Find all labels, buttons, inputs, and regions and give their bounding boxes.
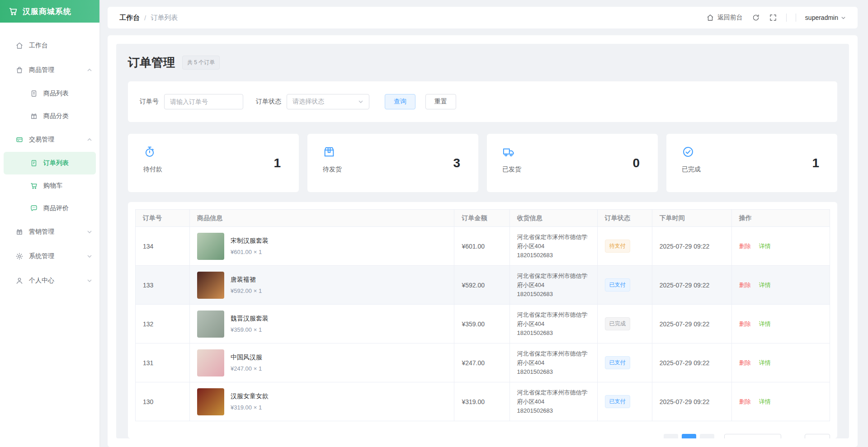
breadcrumb-current: 订单列表 [151, 14, 178, 22]
filter-bar: 订单号 订单状态 请选择状态 查询 重置 [128, 81, 837, 122]
reset-button[interactable]: 重置 [425, 94, 456, 109]
chevron-down-icon [841, 15, 846, 20]
order-amount: ¥359.00 [454, 305, 509, 343]
topbar-divider [796, 14, 796, 22]
product-image [197, 349, 224, 376]
table-row: 134 宋制汉服套装¥601.00 × 1 ¥601.00 河北省保定市涿州市德… [136, 227, 830, 266]
orders-table: 订单号 商品信息 订单金额 收货信息 订单状态 下单时间 操作 [135, 209, 830, 421]
page-title: 订单管理 [128, 55, 175, 71]
pagination-size-select[interactable] [724, 434, 781, 438]
shipping-phone: 18201502683 [517, 251, 591, 260]
gear-icon [15, 252, 24, 260]
sidebar-item-label: 商品管理 [29, 66, 81, 74]
sidebar-item-product-list[interactable]: 商品列表 [0, 82, 99, 105]
col-status: 订单状态 [597, 210, 652, 227]
order-id: 133 [136, 266, 190, 305]
sidebar-item-product-mgmt[interactable]: 商品管理 [0, 58, 99, 82]
package-icon [323, 152, 335, 160]
order-count-badge: 共 5 个订单 [182, 56, 220, 70]
stat-value: 1 [274, 156, 281, 170]
content-card: 订单管理 共 5 个订单 订单号 订单状态 请选择状态 查询 重置 [108, 35, 858, 447]
product-name: 唐装襦裙 [231, 276, 262, 284]
sidebar-item-label: 个人中心 [29, 277, 81, 285]
cart-logo-icon [8, 6, 18, 16]
sidebar-item-label: 营销管理 [29, 228, 81, 236]
sidebar-item-order-list[interactable]: 订单列表 [4, 152, 96, 174]
shipping-address: 河北省保定市涿州市德信学府小区404 [517, 311, 591, 329]
sidebar-item-product-category[interactable]: 商品分类 [0, 105, 99, 127]
sidebar-item-trade-mgmt[interactable]: 交易管理 [0, 127, 99, 152]
delete-link[interactable]: 删除 [739, 320, 751, 328]
stat-card-pending-shipment: 待发货 3 [307, 134, 478, 192]
app-window: 汉服商城系统 工作台 商品管理 商品列表 商品分类 交易管理 [0, 0, 868, 447]
detail-link[interactable]: 详情 [759, 242, 771, 250]
sidebar-item-label: 商品评价 [43, 204, 92, 212]
delete-link[interactable]: 删除 [739, 281, 751, 289]
col-order-no: 订单号 [136, 210, 190, 227]
stat-card-completed: 已完成 1 [666, 134, 837, 192]
sidebar-item-label: 交易管理 [29, 136, 81, 144]
col-order-time: 下单时间 [652, 210, 731, 227]
shipping-address: 河北省保定市涿州市德信学府小区404 [517, 388, 591, 406]
order-no-input[interactable] [164, 94, 243, 109]
sidebar-item-shopping-cart[interactable]: 购物车 [0, 174, 99, 197]
order-time: 2025-07-29 09:22 [652, 343, 731, 382]
topbar-controls: 返回前台 superadmin [706, 14, 846, 22]
sidebar-item-personal-center[interactable]: 个人中心 [0, 268, 99, 293]
content-panel: 订单管理 共 5 个订单 订单号 订单状态 请选择状态 查询 重置 [116, 44, 849, 438]
pagination-jump-input[interactable] [805, 434, 830, 438]
stat-label: 已发货 [502, 165, 640, 174]
refresh-button[interactable] [752, 14, 760, 22]
order-status-select[interactable]: 请选择状态 [287, 94, 369, 109]
shipping-phone: 18201502683 [517, 367, 591, 376]
product-price-qty: ¥359.00 × 1 [231, 326, 269, 333]
order-amount: ¥601.00 [454, 227, 509, 266]
delete-link[interactable]: 删除 [739, 398, 751, 406]
chevron-down-icon [358, 99, 363, 104]
check-circle-icon [682, 152, 694, 160]
order-amount: ¥592.00 [454, 266, 509, 305]
status-badge: 已完成 [605, 317, 630, 330]
detail-link[interactable]: 详情 [759, 320, 771, 328]
pagination-next-button[interactable]: › [700, 434, 714, 438]
col-amount: 订单金额 [454, 210, 509, 227]
refresh-icon [752, 14, 760, 22]
stat-value: 1 [812, 156, 819, 170]
delete-link[interactable]: 删除 [739, 242, 751, 250]
delete-link[interactable]: 删除 [739, 359, 751, 367]
product-price-qty: ¥592.00 × 1 [231, 287, 262, 294]
fullscreen-button[interactable] [769, 14, 777, 22]
search-button[interactable]: 查询 [385, 94, 415, 109]
shipping-address: 河北省保定市涿州市德信学府小区404 [517, 349, 591, 367]
list-icon [30, 89, 38, 98]
user-menu[interactable]: superadmin [805, 14, 846, 21]
sidebar-item-label: 购物车 [43, 182, 92, 190]
sidebar-item-marketing-mgmt[interactable]: 营销管理 [0, 220, 99, 244]
breadcrumb-separator: / [144, 14, 146, 22]
category-icon [30, 112, 38, 120]
stat-label: 已完成 [682, 165, 819, 174]
sidebar-item-workbench[interactable]: 工作台 [0, 33, 99, 58]
app-logo: 汉服商城系统 [0, 0, 99, 23]
back-to-front-button[interactable]: 返回前台 [706, 14, 743, 22]
stat-cards: 待付款 1 待发货 3 已发货 0 已完成 [128, 134, 837, 192]
order-time: 2025-07-29 09:22 [652, 227, 731, 266]
topbar-divider [786, 14, 787, 22]
detail-link[interactable]: 详情 [759, 281, 771, 289]
pagination-page-1[interactable]: 1 [682, 434, 696, 438]
order-time: 2025-07-29 09:22 [652, 305, 731, 343]
sidebar-item-product-review[interactable]: 商品评价 [0, 197, 99, 220]
detail-link[interactable]: 详情 [759, 398, 771, 406]
breadcrumb-workbench[interactable]: 工作台 [119, 14, 140, 22]
product-name: 中国风汉服 [231, 353, 262, 362]
comment-icon [30, 204, 38, 212]
detail-link[interactable]: 详情 [759, 359, 771, 367]
order-id: 130 [136, 382, 190, 421]
pagination-prev-button[interactable]: ‹ [664, 434, 678, 438]
col-shipping-info: 收货信息 [509, 210, 597, 227]
app-title: 汉服商城系统 [23, 6, 71, 17]
order-doc-icon [30, 159, 38, 167]
pagination: ‹ 1 › [135, 434, 830, 438]
shipping-phone: 18201502683 [517, 290, 591, 299]
sidebar-item-system-mgmt[interactable]: 系统管理 [0, 244, 99, 268]
